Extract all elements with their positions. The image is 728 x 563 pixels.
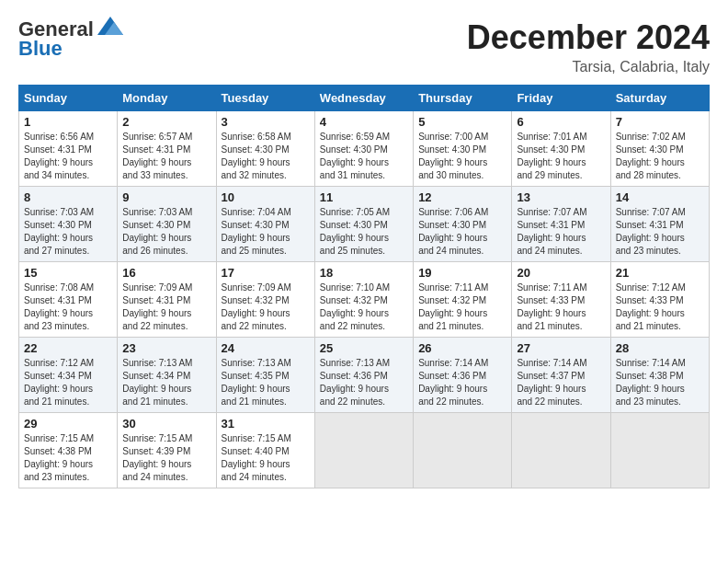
calendar-cell: 23Sunrise: 7:13 AMSunset: 4:34 PMDayligh…	[118, 338, 216, 413]
day-number: 11	[320, 190, 408, 204]
location-title: Tarsia, Calabria, Italy	[467, 59, 710, 75]
day-info: Sunrise: 6:58 AMSunset: 4:30 PMDaylight:…	[222, 131, 310, 182]
day-number: 5	[418, 115, 506, 129]
day-number: 30	[122, 417, 210, 431]
day-number: 13	[517, 190, 605, 204]
day-number: 19	[418, 266, 506, 280]
calendar-cell: 14Sunrise: 7:07 AMSunset: 4:31 PMDayligh…	[610, 187, 709, 262]
calendar-cell	[610, 413, 709, 488]
day-number: 6	[517, 115, 605, 129]
day-info: Sunrise: 7:09 AMSunset: 4:32 PMDaylight:…	[222, 282, 310, 333]
week-row-3: 15Sunrise: 7:08 AMSunset: 4:31 PMDayligh…	[19, 262, 710, 338]
day-info: Sunrise: 7:09 AMSunset: 4:31 PMDaylight:…	[122, 282, 210, 333]
day-number: 25	[320, 341, 408, 355]
day-number: 7	[616, 115, 704, 129]
day-info: Sunrise: 7:08 AMSunset: 4:31 PMDaylight:…	[24, 282, 112, 333]
day-number: 21	[616, 266, 704, 280]
day-info: Sunrise: 7:05 AMSunset: 4:30 PMDaylight:…	[320, 206, 408, 258]
weekday-monday: Monday	[118, 86, 216, 111]
calendar-body: 1Sunrise: 6:56 AMSunset: 4:31 PMDaylight…	[19, 111, 710, 488]
page-header: General Blue December 2024 Tarsia, Calab…	[18, 18, 710, 75]
calendar-cell: 18Sunrise: 7:10 AMSunset: 4:32 PMDayligh…	[314, 262, 413, 338]
day-info: Sunrise: 7:13 AMSunset: 4:35 PMDaylight:…	[222, 357, 310, 408]
day-number: 22	[24, 341, 112, 355]
calendar-table: SundayMondayTuesdayWednesdayThursdayFrid…	[18, 85, 710, 488]
day-info: Sunrise: 6:57 AMSunset: 4:31 PMDaylight:…	[122, 131, 210, 182]
day-info: Sunrise: 7:12 AMSunset: 4:33 PMDaylight:…	[616, 282, 704, 333]
day-number: 23	[122, 341, 210, 355]
weekday-friday: Friday	[512, 86, 610, 111]
calendar-cell: 2Sunrise: 6:57 AMSunset: 4:31 PMDaylight…	[118, 111, 216, 187]
week-row-5: 29Sunrise: 7:15 AMSunset: 4:38 PMDayligh…	[19, 413, 710, 488]
calendar-cell: 10Sunrise: 7:04 AMSunset: 4:30 PMDayligh…	[216, 187, 314, 262]
day-number: 10	[222, 190, 310, 204]
day-info: Sunrise: 7:00 AMSunset: 4:30 PMDaylight:…	[418, 131, 506, 182]
logo-icon	[97, 17, 123, 35]
day-info: Sunrise: 7:15 AMSunset: 4:38 PMDaylight:…	[24, 432, 112, 484]
calendar-cell: 27Sunrise: 7:14 AMSunset: 4:37 PMDayligh…	[512, 338, 610, 413]
calendar-cell: 3Sunrise: 6:58 AMSunset: 4:30 PMDaylight…	[216, 111, 314, 187]
calendar-cell: 9Sunrise: 7:03 AMSunset: 4:30 PMDaylight…	[118, 187, 216, 262]
day-info: Sunrise: 7:11 AMSunset: 4:33 PMDaylight:…	[517, 282, 605, 333]
day-info: Sunrise: 7:12 AMSunset: 4:34 PMDaylight:…	[24, 357, 112, 408]
day-number: 17	[222, 266, 310, 280]
calendar-cell: 6Sunrise: 7:01 AMSunset: 4:30 PMDaylight…	[512, 111, 610, 187]
week-row-1: 1Sunrise: 6:56 AMSunset: 4:31 PMDaylight…	[19, 111, 710, 187]
weekday-header-row: SundayMondayTuesdayWednesdayThursdayFrid…	[19, 86, 710, 111]
day-number: 20	[517, 266, 605, 280]
calendar-cell: 13Sunrise: 7:07 AMSunset: 4:31 PMDayligh…	[512, 187, 610, 262]
day-number: 15	[24, 266, 112, 280]
day-number: 1	[24, 115, 112, 129]
logo: General Blue	[18, 18, 123, 61]
day-number: 12	[418, 190, 506, 204]
calendar-cell: 22Sunrise: 7:12 AMSunset: 4:34 PMDayligh…	[19, 338, 118, 413]
calendar-cell: 4Sunrise: 6:59 AMSunset: 4:30 PMDaylight…	[314, 111, 413, 187]
day-info: Sunrise: 7:06 AMSunset: 4:30 PMDaylight:…	[418, 206, 506, 258]
calendar-cell: 8Sunrise: 7:03 AMSunset: 4:30 PMDaylight…	[19, 187, 118, 262]
calendar-cell: 11Sunrise: 7:05 AMSunset: 4:30 PMDayligh…	[314, 187, 413, 262]
week-row-2: 8Sunrise: 7:03 AMSunset: 4:30 PMDaylight…	[19, 187, 710, 262]
day-info: Sunrise: 7:15 AMSunset: 4:40 PMDaylight:…	[222, 432, 310, 484]
day-number: 14	[616, 190, 704, 204]
weekday-tuesday: Tuesday	[216, 86, 314, 111]
day-number: 9	[122, 190, 210, 204]
day-info: Sunrise: 7:07 AMSunset: 4:31 PMDaylight:…	[616, 206, 704, 258]
calendar-cell: 1Sunrise: 6:56 AMSunset: 4:31 PMDaylight…	[19, 111, 118, 187]
calendar-cell: 19Sunrise: 7:11 AMSunset: 4:32 PMDayligh…	[414, 262, 512, 338]
calendar-cell	[512, 413, 610, 488]
week-row-4: 22Sunrise: 7:12 AMSunset: 4:34 PMDayligh…	[19, 338, 710, 413]
calendar-cell: 12Sunrise: 7:06 AMSunset: 4:30 PMDayligh…	[414, 187, 512, 262]
calendar-cell: 25Sunrise: 7:13 AMSunset: 4:36 PMDayligh…	[314, 338, 413, 413]
day-info: Sunrise: 6:59 AMSunset: 4:30 PMDaylight:…	[320, 131, 408, 182]
day-number: 29	[24, 417, 112, 431]
day-number: 28	[616, 341, 704, 355]
day-number: 4	[320, 115, 408, 129]
calendar-cell: 17Sunrise: 7:09 AMSunset: 4:32 PMDayligh…	[216, 262, 314, 338]
day-number: 31	[222, 417, 310, 431]
calendar-cell: 5Sunrise: 7:00 AMSunset: 4:30 PMDaylight…	[414, 111, 512, 187]
day-number: 26	[418, 341, 506, 355]
calendar-cell: 29Sunrise: 7:15 AMSunset: 4:38 PMDayligh…	[19, 413, 118, 488]
day-info: Sunrise: 7:13 AMSunset: 4:34 PMDaylight:…	[122, 357, 210, 408]
day-number: 24	[222, 341, 310, 355]
day-number: 18	[320, 266, 408, 280]
calendar-cell: 16Sunrise: 7:09 AMSunset: 4:31 PMDayligh…	[118, 262, 216, 338]
calendar-cell: 31Sunrise: 7:15 AMSunset: 4:40 PMDayligh…	[216, 413, 314, 488]
calendar-cell: 24Sunrise: 7:13 AMSunset: 4:35 PMDayligh…	[216, 338, 314, 413]
day-info: Sunrise: 7:10 AMSunset: 4:32 PMDaylight:…	[320, 282, 408, 333]
weekday-thursday: Thursday	[414, 86, 512, 111]
day-info: Sunrise: 7:03 AMSunset: 4:30 PMDaylight:…	[24, 206, 112, 258]
day-info: Sunrise: 7:04 AMSunset: 4:30 PMDaylight:…	[222, 206, 310, 258]
calendar-cell: 28Sunrise: 7:14 AMSunset: 4:38 PMDayligh…	[610, 338, 709, 413]
day-info: Sunrise: 6:56 AMSunset: 4:31 PMDaylight:…	[24, 131, 112, 182]
weekday-wednesday: Wednesday	[314, 86, 413, 111]
logo-blue-text: Blue	[18, 37, 63, 61]
weekday-sunday: Sunday	[19, 86, 118, 111]
calendar-cell: 30Sunrise: 7:15 AMSunset: 4:39 PMDayligh…	[118, 413, 216, 488]
day-info: Sunrise: 7:14 AMSunset: 4:36 PMDaylight:…	[418, 357, 506, 408]
day-info: Sunrise: 7:01 AMSunset: 4:30 PMDaylight:…	[517, 131, 605, 182]
day-number: 3	[222, 115, 310, 129]
calendar-cell: 20Sunrise: 7:11 AMSunset: 4:33 PMDayligh…	[512, 262, 610, 338]
calendar-cell: 7Sunrise: 7:02 AMSunset: 4:30 PMDaylight…	[610, 111, 709, 187]
day-info: Sunrise: 7:15 AMSunset: 4:39 PMDaylight:…	[122, 432, 210, 484]
